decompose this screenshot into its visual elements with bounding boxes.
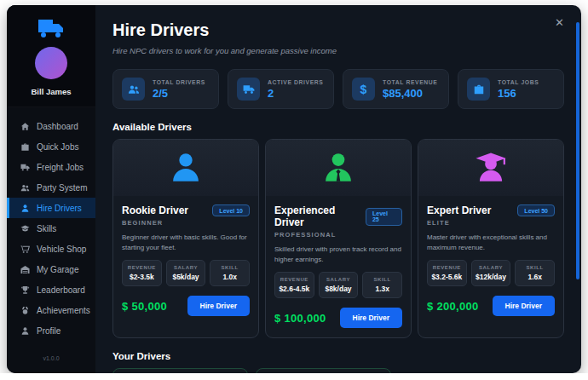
sidebar-item-my-garage[interactable]: My Garage xyxy=(7,259,95,279)
driver-tier: BEGINNER xyxy=(122,219,250,227)
stats-row: TOTAL DRIVERS 2/5 ACTIVE DRIVERS 2 $ TOT… xyxy=(112,69,564,109)
version-label: v1.0.0 xyxy=(7,355,95,373)
driver-description: Master driver with exceptional skills an… xyxy=(427,233,555,252)
driver-tier: PROFESSIONAL xyxy=(274,231,402,239)
garage-icon xyxy=(20,265,30,274)
sidebar: Bill James Dashboard Quick Jobs Freight … xyxy=(7,5,95,373)
driver-name: Experienced Driver xyxy=(274,204,366,228)
home-icon xyxy=(20,122,30,131)
stat-value: 156 xyxy=(498,87,539,100)
medal-icon xyxy=(20,306,30,315)
stat-label: TOTAL DRIVERS xyxy=(153,79,205,85)
stat-chip-salary: SALARY $8k/day xyxy=(319,272,359,298)
sidebar-item-profile[interactable]: Profile xyxy=(7,320,95,341)
driver-name: Rookie Driver xyxy=(122,204,188,216)
driver-price: $ 100,000 xyxy=(274,312,326,325)
stat-label: TOTAL REVENUE xyxy=(383,79,437,85)
driver-stats: REVENUE $2-3.5k SALARY $5k/day SKILL 1.0… xyxy=(122,260,250,286)
stat-card-total-revenue: $ TOTAL REVENUE $85,400 xyxy=(343,69,449,109)
stat-chip-skill: SKILL 1.0x xyxy=(210,260,250,286)
available-drivers-row: Rookie Driver Level 10 BEGINNER Beginner… xyxy=(112,139,564,338)
stat-chip-revenue: REVENUE $2.6-4.5k xyxy=(274,272,314,298)
sidebar-item-party-system[interactable]: Party System xyxy=(7,177,95,198)
close-icon[interactable]: ✕ xyxy=(555,17,564,28)
sidebar-item-dashboard[interactable]: Dashboard xyxy=(7,116,95,136)
driver-description: Skilled driver with proven track record … xyxy=(274,245,402,264)
briefcase-icon xyxy=(20,142,30,152)
hire-driver-button[interactable]: Hire Driver xyxy=(187,296,250,316)
your-drivers-row: ACTIVE ACTIVE xyxy=(112,368,564,373)
stat-chip-salary: SALARY $5k/day xyxy=(166,260,206,286)
sidebar-item-label: Vehicle Shop xyxy=(37,245,86,254)
sidebar-item-freight-jobs[interactable]: Freight Jobs xyxy=(7,157,95,177)
stat-card-total-drivers: TOTAL DRIVERS 2/5 xyxy=(112,69,219,109)
briefcase-icon xyxy=(467,78,490,101)
dollar-icon: $ xyxy=(352,78,375,101)
driver-card-experienced: Experienced Driver Level 25 PROFESSIONAL… xyxy=(265,139,412,338)
sidebar-item-label: Hire Drivers xyxy=(37,204,82,213)
level-badge: Level 25 xyxy=(366,208,402,226)
profile-icon xyxy=(20,326,30,336)
stat-value: 2 xyxy=(268,87,323,100)
graduate-icon xyxy=(418,140,563,196)
sidebar-menu: Dashboard Quick Jobs Freight Jobs Party … xyxy=(7,107,95,355)
graduation-cap-icon xyxy=(20,224,30,233)
stat-chip-skill: SKILL 1.6x xyxy=(515,260,555,286)
driver-price: $ 50,000 xyxy=(122,300,167,313)
driver-stats: REVENUE $3.2-5.6k SALARY $12k/day SKILL … xyxy=(427,260,555,286)
sidebar-item-label: Dashboard xyxy=(37,122,78,131)
hire-driver-button[interactable]: Hire Driver xyxy=(340,308,402,328)
truck-icon xyxy=(20,163,30,172)
available-drivers-heading: Available Drivers xyxy=(112,122,564,132)
your-driver-card[interactable]: ACTIVE xyxy=(256,368,391,373)
sidebar-item-skills[interactable]: Skills xyxy=(7,218,95,239)
page-subtitle: Hire NPC drivers to work for you and gen… xyxy=(112,46,564,55)
scrollbar[interactable] xyxy=(576,22,579,279)
stat-chip-salary: SALARY $12k/day xyxy=(471,260,511,286)
driver-name: Expert Driver xyxy=(427,204,491,216)
stat-label: TOTAL JOBS xyxy=(498,79,539,85)
sidebar-item-label: Profile xyxy=(37,326,61,336)
sidebar-item-label: Skills xyxy=(37,224,56,233)
page-title: Hire Drivers xyxy=(112,20,564,40)
sidebar-item-quick-jobs[interactable]: Quick Jobs xyxy=(7,136,95,157)
sidebar-item-leaderboard[interactable]: Leaderboard xyxy=(7,279,95,300)
driver-card-rookie: Rookie Driver Level 10 BEGINNER Beginner… xyxy=(112,139,259,338)
sidebar-item-achievements[interactable]: Achievements xyxy=(7,300,95,320)
user-icon xyxy=(20,204,30,213)
your-driver-card[interactable]: ACTIVE xyxy=(112,368,248,373)
driver-stats: REVENUE $2.6-4.5k SALARY $8k/day SKILL 1… xyxy=(274,272,402,298)
sidebar-item-label: Freight Jobs xyxy=(37,163,84,172)
sidebar-item-hire-drivers[interactable]: Hire Drivers xyxy=(7,198,95,218)
cart-icon xyxy=(20,245,30,254)
stat-card-active-drivers: ACTIVE DRIVERS 2 xyxy=(228,69,334,109)
hire-driver-button[interactable]: Hire Driver xyxy=(493,296,555,316)
main-content: ✕ Hire Drivers Hire NPC drivers to work … xyxy=(95,5,581,373)
driver-tie-icon xyxy=(266,140,411,196)
stat-card-total-jobs: TOTAL JOBS 156 xyxy=(458,69,564,109)
sidebar-item-label: Party System xyxy=(37,183,87,193)
sidebar-item-label: Leaderboard xyxy=(37,285,85,295)
hire-drivers-window: Bill James Dashboard Quick Jobs Freight … xyxy=(7,5,581,373)
stat-value: 2/5 xyxy=(153,87,205,100)
users-icon xyxy=(20,183,30,193)
trophy-icon xyxy=(20,285,30,295)
truck-logo-icon xyxy=(37,17,66,39)
stat-chip-revenue: REVENUE $2-3.5k xyxy=(122,260,162,286)
level-badge: Level 10 xyxy=(212,204,250,216)
driver-price: $ 200,000 xyxy=(427,300,479,313)
your-drivers-heading: Your Drivers xyxy=(112,351,564,361)
driver-description: Beginner driver with basic skills. Good … xyxy=(122,233,250,252)
driver-card-expert: Expert Driver Level 50 ELITE Master driv… xyxy=(418,139,564,338)
sidebar-item-label: My Garage xyxy=(37,265,78,274)
stat-value: $85,400 xyxy=(383,87,437,100)
level-badge: Level 50 xyxy=(517,204,555,216)
user-name: Bill James xyxy=(32,87,72,96)
stat-chip-skill: SKILL 1.3x xyxy=(362,272,402,298)
stat-label: ACTIVE DRIVERS xyxy=(268,79,323,85)
avatar xyxy=(35,47,67,79)
sidebar-item-vehicle-shop[interactable]: Vehicle Shop xyxy=(7,239,95,259)
driver-person-icon xyxy=(113,140,258,196)
stat-chip-revenue: REVENUE $3.2-5.6k xyxy=(427,260,467,286)
driver-tier: ELITE xyxy=(427,219,555,227)
